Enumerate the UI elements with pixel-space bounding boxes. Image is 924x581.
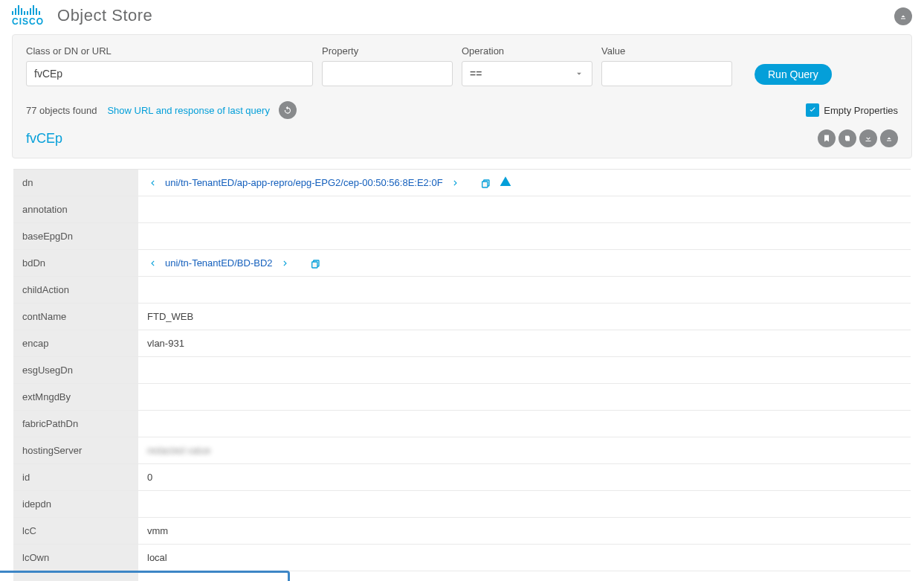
chevron-right-icon[interactable] [450,178,461,188]
run-query-button[interactable]: Run Query [755,64,832,85]
property-value: 00:50:56:8E:E2:0F [138,571,911,581]
property-value [138,277,911,303]
refresh-button[interactable] [279,101,297,119]
property-key: dn [13,170,138,196]
status-row: 77 objects found Show URL and response o… [26,101,898,119]
bookmark-icon [822,134,831,143]
property-key: bdDn [13,250,138,276]
property-value: FTD_WEB [138,304,911,330]
property-field-group: Property [322,45,453,86]
cisco-logo-text: CISCO [12,16,44,27]
upload-button[interactable] [880,129,898,147]
property-value [138,196,911,222]
property-key: baseEpgDn [13,223,138,249]
dn-link[interactable]: uni/tn-TenantED/ap-app-repro/epg-EPG2/ce… [165,177,443,188]
property-value [138,411,911,437]
table-row: childAction [13,276,911,303]
chevron-left-icon[interactable] [147,178,158,188]
table-row: id0 [13,463,911,490]
class-name-heading: fvCEp [26,131,62,147]
table-row: mac00:50:56:8E:E2:0F [13,571,911,581]
query-row: Class or DN or URL Property Operation ==… [26,45,898,86]
property-value: 0 [138,464,911,490]
property-value [138,357,911,383]
download-button[interactable] [859,129,877,147]
empty-properties-label: Empty Properties [824,105,898,116]
table-row: lcCvmm [13,517,911,544]
property-key: idepdn [13,491,138,517]
table-row: annotation [13,196,911,222]
property-value: local [138,545,911,571]
property-key: contName [13,304,138,330]
property-value [138,491,911,517]
svg-rect-3 [311,262,317,268]
class-label: Class or DN or URL [26,45,313,57]
svg-rect-1 [482,182,487,187]
table-row: dnuni/tn-TenantED/ap-app-repro/epg-EPG2/… [13,170,911,196]
property-input[interactable] [322,61,453,86]
table-row: contNameFTD_WEB [13,303,911,330]
table-row: fabricPathDn [13,410,911,437]
property-key: hostingServer [13,437,138,463]
refresh-icon [282,105,293,115]
property-key: mac [13,571,138,581]
property-value: vmm [138,518,911,544]
class-field-group: Class or DN or URL [26,45,313,86]
value-label: Value [601,45,732,57]
properties-table: dnuni/tn-TenantED/ap-app-repro/epg-EPG2/… [13,169,911,581]
result-count: 77 objects found [26,105,97,116]
copy-button[interactable] [839,129,856,147]
operation-label: Operation [462,45,592,57]
table-row: esgUsegDn [13,356,911,383]
chevron-right-icon[interactable] [280,258,291,269]
bookmark-button[interactable] [818,129,836,147]
app-header: CISCO Object Store [0,0,924,31]
property-key: extMngdBy [13,384,138,410]
empty-properties-checkbox[interactable] [806,103,819,117]
table-row: hostingServerredacted value [13,437,911,463]
property-key: fabricPathDn [13,411,138,437]
operation-value: == [470,68,482,80]
table-row: extMngdBy [13,383,911,410]
property-value: uni/tn-TenantED/BD-BD2 [138,250,911,276]
property-key: lcOwn [13,545,138,571]
class-input[interactable] [26,61,313,86]
table-row: encapvlan-931 [13,330,911,356]
property-key: annotation [13,196,138,222]
check-icon [808,106,817,115]
property-key: encap [13,330,138,356]
property-key: lcC [13,518,138,544]
copy-dn-button[interactable] [480,177,492,189]
property-value: uni/tn-TenantED/ap-app-repro/epg-EPG2/ce… [138,170,911,196]
chevron-left-icon[interactable] [147,258,158,269]
table-row: baseEpgDn [13,222,911,249]
value-field-group: Value [601,45,732,86]
upload-icon [899,12,908,21]
copy-icon [843,134,852,143]
class-title-bar: fvCEp [26,129,898,147]
dn-link[interactable]: uni/tn-TenantED/BD-BD2 [165,257,273,269]
property-label: Property [322,45,453,57]
value-input[interactable] [601,61,732,86]
copy-dn-button[interactable] [310,257,322,269]
query-panel: Class or DN or URL Property Operation ==… [12,34,912,158]
property-value: redacted value [138,437,911,463]
operation-select[interactable]: == [462,61,592,86]
property-value [138,223,911,249]
operation-field-group: Operation == [462,45,592,86]
download-icon [864,134,873,143]
warning-icon[interactable] [500,176,511,190]
object-action-buttons [818,129,898,147]
table-row: bdDnuni/tn-TenantED/BD-BD2 [13,249,911,276]
page-title: Object Store [57,6,152,25]
upload-icon [885,134,894,143]
property-key: id [13,464,138,490]
property-key: childAction [13,277,138,303]
empty-properties-toggle[interactable]: Empty Properties [806,103,898,117]
upload-top-button[interactable] [894,7,912,25]
property-value [138,384,911,410]
cisco-logo: CISCO [12,4,44,27]
show-url-link[interactable]: Show URL and response of last query [107,105,269,116]
table-row: idepdn [13,490,911,517]
table-row: lcOwnlocal [13,544,911,571]
